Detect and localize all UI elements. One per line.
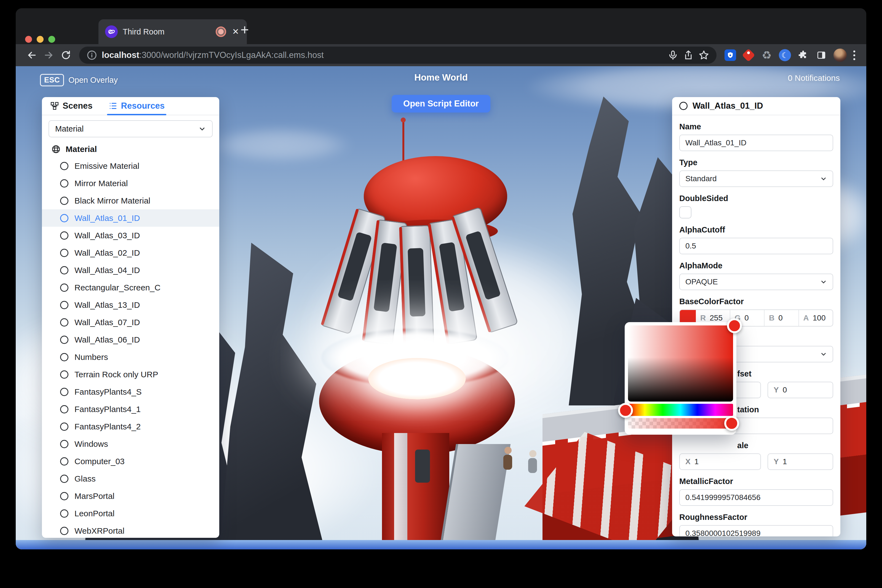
tower-lower-column bbox=[382, 433, 449, 549]
material-circle-icon bbox=[60, 266, 68, 274]
material-circle-icon bbox=[679, 102, 688, 110]
side-panel-icon[interactable] bbox=[815, 49, 828, 62]
alphacutoff-input[interactable]: 0.5 bbox=[679, 238, 833, 254]
alphamode-select[interactable]: OPAQUE bbox=[679, 274, 833, 290]
forward-button[interactable] bbox=[41, 47, 57, 63]
material-circle-icon bbox=[60, 509, 68, 518]
material-circle-icon bbox=[60, 353, 68, 361]
resource-list-item[interactable]: Wall_Atlas_13_ID bbox=[42, 296, 219, 314]
resource-list: Material Emissive Material Mirror Materi… bbox=[42, 140, 219, 538]
resource-list-item[interactable]: LeonPortal bbox=[42, 505, 219, 522]
resource-list-item[interactable]: Glass bbox=[42, 470, 219, 488]
color-picker-popup bbox=[625, 322, 736, 435]
resource-list-item[interactable]: FantasyPlants4_2 bbox=[42, 418, 219, 435]
resource-group-header[interactable]: Material bbox=[42, 141, 219, 157]
resource-list-item[interactable]: Wall_Atlas_04_ID bbox=[42, 261, 219, 279]
extension-bitwarden-icon[interactable] bbox=[724, 49, 736, 62]
resource-list-item[interactable]: Numbers bbox=[42, 348, 219, 366]
metallicfactor-input[interactable]: 0.5419999957084656 bbox=[679, 489, 833, 506]
material-circle-icon bbox=[60, 301, 68, 309]
tab-resources[interactable]: Resources bbox=[109, 97, 165, 115]
resource-item-label: WebXRPortal bbox=[75, 526, 124, 536]
resource-list-item[interactable]: Mirror Material bbox=[42, 175, 219, 192]
name-input[interactable]: Wall_Atlas_01_ID bbox=[679, 135, 833, 151]
browser-menu-icon[interactable] bbox=[854, 51, 855, 60]
hue-handle[interactable] bbox=[618, 403, 633, 418]
bookmark-star-icon[interactable] bbox=[698, 50, 710, 61]
properties-panel: Wall_Atlas_01_ID Name Wall_Atlas_01_ID T… bbox=[672, 97, 840, 536]
back-button[interactable] bbox=[24, 47, 39, 63]
blue-channel-input[interactable]: B0 bbox=[764, 310, 798, 326]
resource-list-item[interactable]: FantasyPlants4_S bbox=[42, 383, 219, 400]
site-info-icon[interactable] bbox=[86, 50, 98, 61]
avatar-figure bbox=[528, 450, 537, 473]
resource-item-label: FantasyPlants4_S bbox=[75, 387, 141, 397]
resource-list-icon bbox=[109, 102, 117, 110]
alpha-handle[interactable] bbox=[724, 416, 739, 431]
hue-slider[interactable] bbox=[628, 404, 733, 416]
resource-type-select[interactable]: Material bbox=[48, 120, 213, 137]
alphacutoff-label: AlphaCutoff bbox=[679, 225, 833, 234]
name-label: Name bbox=[679, 122, 833, 131]
tab-scenes[interactable]: Scenes bbox=[50, 97, 93, 115]
resource-item-label: MarsPortal bbox=[75, 492, 114, 501]
tower-torus-core bbox=[368, 358, 466, 399]
extension-recycle-icon[interactable]: ♻ bbox=[760, 49, 773, 62]
tower-side-fin bbox=[440, 444, 511, 549]
reload-button[interactable] bbox=[58, 47, 74, 63]
resource-list-item[interactable]: Wall_Atlas_02_ID bbox=[42, 244, 219, 261]
resource-list-item[interactable]: Black Mirror Material bbox=[42, 192, 219, 209]
resource-list-item[interactable]: Wall_Atlas_01_ID bbox=[42, 209, 219, 227]
share-icon[interactable] bbox=[683, 50, 694, 61]
resource-list-item[interactable]: WebXRPortal bbox=[42, 522, 219, 538]
extension-moon-icon[interactable]: ☾ bbox=[778, 49, 791, 62]
resource-list-item[interactable]: Wall_Atlas_07_ID bbox=[42, 314, 219, 331]
address-bar[interactable]: localhost:3000/world/!vjrzmTVOcyIsLgaAkA… bbox=[79, 46, 717, 64]
texture-scale-x-input[interactable]: X1 bbox=[679, 453, 761, 470]
alpha-channel-input[interactable]: A100 bbox=[798, 310, 833, 326]
saturation-value-area[interactable] bbox=[628, 326, 733, 402]
resource-list-item[interactable]: Wall_Atlas_03_ID bbox=[42, 227, 219, 244]
texture-offset-y-input[interactable]: Y0 bbox=[768, 382, 833, 398]
resource-item-label: Wall_Atlas_02_ID bbox=[75, 248, 140, 258]
chevron-down-icon bbox=[820, 175, 827, 182]
close-tab-icon[interactable]: ✕ bbox=[231, 27, 240, 37]
close-window-button[interactable] bbox=[25, 36, 32, 43]
type-select[interactable]: Standard bbox=[679, 171, 833, 187]
microphone-icon[interactable] bbox=[668, 50, 678, 61]
chevron-down-icon bbox=[198, 125, 206, 133]
resource-list-item[interactable]: Windows bbox=[42, 435, 219, 453]
resource-list-item[interactable]: Rectangular_Screen_C bbox=[42, 279, 219, 296]
resource-item-label: FantasyPlants4_1 bbox=[75, 405, 141, 414]
resource-list-item[interactable]: Computer_03 bbox=[42, 453, 219, 470]
extensions-puzzle-icon[interactable] bbox=[797, 49, 810, 62]
url-text[interactable]: localhost:3000/world/!vjrzmTVOcyIsLgaAkA… bbox=[102, 50, 663, 60]
maximize-window-button[interactable] bbox=[48, 36, 55, 43]
resource-list-item[interactable]: MarsPortal bbox=[42, 488, 219, 505]
doublesided-checkbox[interactable] bbox=[679, 206, 692, 218]
world-viewport[interactable]: ESC Open Overlay Home World 0 Notificati… bbox=[16, 66, 866, 549]
saturation-handle[interactable] bbox=[727, 318, 742, 333]
browser-tab[interactable]: Third Room ✕ bbox=[99, 19, 247, 44]
resource-item-label: Numbers bbox=[75, 352, 108, 362]
resource-item-label: Wall_Atlas_01_ID bbox=[75, 213, 140, 223]
resource-list-item[interactable]: Wall_Atlas_06_ID bbox=[42, 331, 219, 348]
open-overlay-label: Open Overlay bbox=[68, 76, 118, 85]
new-tab-button[interactable]: + bbox=[240, 22, 249, 37]
resource-list-item[interactable]: FantasyPlants4_1 bbox=[42, 400, 219, 418]
texture-scale-y-input[interactable]: Y1 bbox=[768, 453, 833, 470]
resource-item-label: Rectangular_Screen_C bbox=[75, 283, 160, 292]
resource-item-label: FantasyPlants4_2 bbox=[75, 422, 141, 431]
material-circle-icon bbox=[60, 492, 68, 500]
minimize-window-button[interactable] bbox=[37, 36, 44, 43]
extension-red-icon[interactable] bbox=[742, 49, 755, 62]
window-controls[interactable] bbox=[25, 36, 55, 43]
chevron-down-icon bbox=[820, 278, 827, 285]
profile-avatar[interactable] bbox=[834, 48, 847, 62]
resource-list-item[interactable]: Terrain Rock only URP bbox=[42, 366, 219, 383]
resource-list-item[interactable]: Emissive Material bbox=[42, 157, 219, 175]
tab-title: Third Room bbox=[123, 27, 211, 36]
alpha-slider[interactable] bbox=[628, 418, 733, 429]
open-script-editor-button[interactable]: Open Script Editor bbox=[392, 95, 490, 112]
roughnessfactor-input[interactable]: 0.3580000102519989 bbox=[679, 525, 833, 536]
